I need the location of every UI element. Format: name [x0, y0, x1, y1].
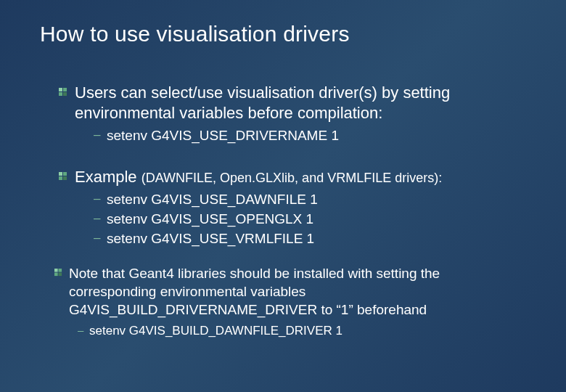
- dash-icon: –: [94, 230, 100, 246]
- bullet-paren: (DAWNFILE, Open.GLXlib, and VRMLFILE dri…: [142, 171, 442, 185]
- dash-icon: –: [78, 323, 83, 338]
- bullet-block-1: Users can select/use visualisation drive…: [40, 83, 530, 145]
- sub-item: – setenv G4VIS_BUILD_DAWNFILE_DRIVER 1: [89, 323, 530, 339]
- svg-rect-4: [59, 172, 62, 176]
- sub-text: setenv G4VIS_BUILD_DAWNFILE_DRIVER 1: [89, 324, 343, 338]
- svg-rect-11: [59, 273, 62, 277]
- dash-icon: –: [94, 191, 100, 207]
- svg-rect-1: [63, 88, 67, 91]
- svg-rect-8: [54, 269, 58, 272]
- sub-item: – setenv G4VIS_USE_OPENGLX 1: [107, 211, 530, 229]
- svg-rect-6: [59, 176, 62, 180]
- svg-rect-0: [59, 88, 62, 91]
- bullet-block-3: Note that Geant4 libraries should be ins…: [40, 265, 530, 339]
- bullet-item-1: Users can select/use visualisation drive…: [75, 83, 530, 123]
- sub-text: setenv G4VIS_USE_DRIVERNAME 1: [107, 128, 339, 143]
- sub-text: setenv G4VIS_USE_DAWNFILE 1: [107, 192, 318, 207]
- sub-item: – setenv G4VIS_USE_DAWNFILE 1: [107, 191, 530, 209]
- dash-icon: –: [94, 127, 100, 143]
- svg-rect-10: [54, 273, 58, 277]
- svg-rect-3: [63, 92, 67, 96]
- bullet-block-2: Example (DAWNFILE, Open.GLXlib, and VRML…: [40, 167, 530, 248]
- bullet-item-2: Example (DAWNFILE, Open.GLXlib, and VRML…: [75, 167, 530, 187]
- bullet-lead: Example: [75, 168, 142, 186]
- bullet-icon: [59, 172, 67, 181]
- bullet-text: Users can select/use visualisation drive…: [75, 83, 450, 122]
- sub-item: – setenv G4VIS_USE_VRMLFILE 1: [107, 230, 530, 248]
- sub-item: – setenv G4VIS_USE_DRIVERNAME 1: [107, 127, 530, 145]
- sub-text: setenv G4VIS_USE_VRMLFILE 1: [107, 231, 314, 246]
- sub-text: setenv G4VIS_USE_OPENGLX 1: [107, 211, 313, 226]
- svg-rect-2: [59, 92, 62, 96]
- svg-rect-7: [63, 176, 67, 180]
- bullet-icon: [59, 88, 67, 97]
- dash-icon: –: [94, 211, 100, 226]
- svg-rect-5: [63, 172, 67, 176]
- slide: How to use visualisation drivers Users c…: [0, 0, 566, 392]
- bullet-icon: [54, 269, 62, 277]
- bullet-item-3: Note that Geant4 libraries should be ins…: [69, 265, 530, 319]
- bullet-text: Note that Geant4 libraries should be ins…: [69, 266, 440, 317]
- svg-rect-9: [59, 269, 62, 272]
- slide-title: How to use visualisation drivers: [40, 22, 530, 46]
